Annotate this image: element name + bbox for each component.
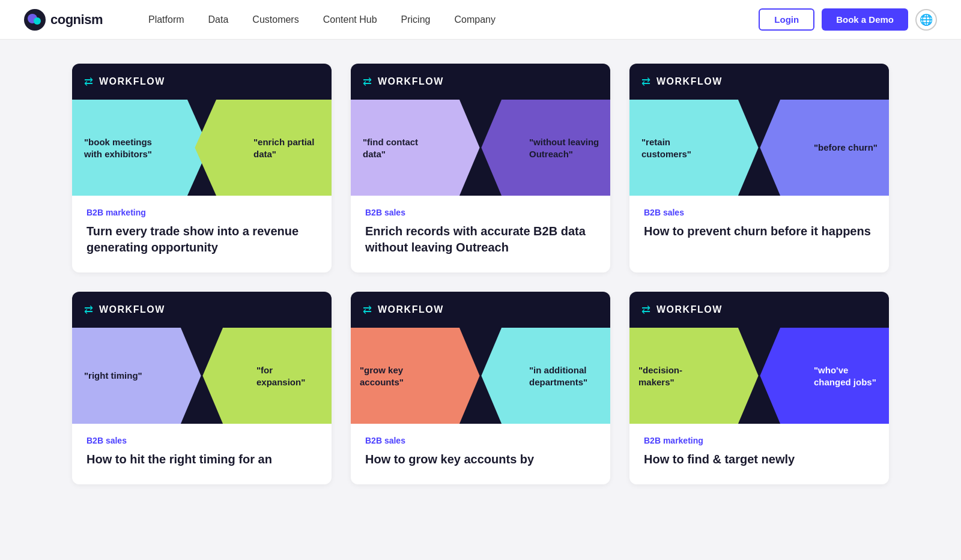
nav-link-company[interactable]: Company (444, 10, 505, 30)
book-demo-button[interactable]: Book a Demo (822, 8, 908, 31)
workflow-icon-6: ⇄ (641, 303, 650, 316)
workflow-label-1: WORKFLOW (99, 76, 165, 87)
workflow-icon-3: ⇄ (641, 75, 650, 88)
card-5-text-left: "grow key accounts" (360, 364, 438, 388)
workflow-label-4: WORKFLOW (99, 304, 165, 315)
nav-link-pricing[interactable]: Pricing (392, 10, 440, 30)
card-grid-row-1: ⇄ WORKFLOW "book meetings with exhibitor… (72, 64, 889, 272)
nav-actions: Login Book a Demo 🌐 (759, 8, 937, 31)
card-2-category: B2B sales (365, 208, 596, 217)
card-3-category: B2B sales (644, 208, 875, 217)
nav-links: Platform Data Customers Content Hub Pric… (139, 10, 759, 30)
card-6-workflow-header: ⇄ WORKFLOW (629, 292, 889, 328)
card-6-image: ⇄ WORKFLOW "decision-makers" "who've cha… (629, 292, 889, 424)
login-button[interactable]: Login (759, 8, 814, 31)
card-1-shapes: "book meetings with exhibitors" "enrich … (72, 100, 332, 196)
nav-link-data[interactable]: Data (199, 10, 238, 30)
card-5-text-right: "in additional departments" (529, 364, 604, 388)
card-2-image: ⇄ WORKFLOW "find contact data" "without … (351, 64, 610, 196)
card-4-text-right: "for expansion" (256, 364, 323, 388)
card-4[interactable]: ⇄ WORKFLOW "right timing" "for expansion… (72, 292, 332, 484)
workflow-label-5: WORKFLOW (378, 304, 444, 315)
card-4-shapes: "right timing" "for expansion" (72, 328, 332, 424)
card-2-text-left: "find contact data" (363, 136, 441, 160)
workflow-label-6: WORKFLOW (656, 304, 723, 315)
card-2-workflow-header: ⇄ WORKFLOW (351, 64, 610, 100)
workflow-icon-5: ⇄ (363, 303, 372, 316)
card-1-image: ⇄ WORKFLOW "book meetings with exhibitor… (72, 64, 332, 196)
card-1[interactable]: ⇄ WORKFLOW "book meetings with exhibitor… (72, 64, 332, 272)
card-2-body: B2B sales Enrich records with accurate B… (351, 196, 610, 272)
card-1-title: Turn every trade show into a revenue gen… (86, 223, 317, 256)
card-1-text-left: "book meetings with exhibitors" (84, 136, 168, 160)
card-1-workflow-header: ⇄ WORKFLOW (72, 64, 332, 100)
card-6-text-right: "who've changed jobs" (814, 364, 883, 388)
card-5-title: How to grow key accounts by (365, 451, 596, 468)
card-4-category: B2B sales (86, 436, 317, 445)
card-5-image: ⇄ WORKFLOW "grow key accounts" "in addit… (351, 292, 610, 424)
card-4-image: ⇄ WORKFLOW "right timing" "for expansion… (72, 292, 332, 424)
card-5-shapes: "grow key accounts" "in additional depar… (351, 328, 610, 424)
card-4-workflow-header: ⇄ WORKFLOW (72, 292, 332, 328)
card-6-body: B2B marketing How to find & target newly (629, 424, 889, 484)
card-3-workflow-header: ⇄ WORKFLOW (629, 64, 889, 100)
workflow-icon-2: ⇄ (363, 75, 372, 88)
card-3-body: B2B sales How to prevent churn before it… (629, 196, 889, 256)
logo[interactable]: cognism (24, 9, 103, 31)
card-1-text-right: "enrich partial data" (253, 136, 320, 160)
workflow-label-3: WORKFLOW (656, 76, 723, 87)
svg-point-2 (34, 17, 41, 25)
card-3-image: ⇄ WORKFLOW "retain customers" "before ch… (629, 64, 889, 196)
main-content: ⇄ WORKFLOW "book meetings with exhibitor… (0, 40, 961, 528)
globe-icon: 🌐 (920, 13, 933, 26)
nav-link-content-hub[interactable]: Content Hub (314, 10, 387, 30)
card-1-body: B2B marketing Turn every trade show into… (72, 196, 332, 272)
card-4-text-left: "right timing" (84, 370, 150, 382)
card-5-workflow-header: ⇄ WORKFLOW (351, 292, 610, 328)
card-2-shapes: "find contact data" "without leaving Out… (351, 100, 610, 196)
card-6-category: B2B marketing (644, 436, 875, 445)
card-3-title: How to prevent churn before it happens (644, 223, 875, 239)
card-2-text-right: "without leaving Outreach" (529, 136, 601, 160)
card-4-title: How to hit the right timing for an (86, 451, 317, 468)
card-5-category: B2B sales (365, 436, 596, 445)
card-4-body: B2B sales How to hit the right timing fo… (72, 424, 332, 484)
card-1-category: B2B marketing (86, 208, 317, 217)
card-3-shapes: "retain customers" "before churn" (629, 100, 889, 196)
card-3-text-left: "retain customers" (641, 136, 714, 160)
card-2-title: Enrich records with accurate B2B data wi… (365, 223, 596, 256)
card-6-shapes: "decision-makers" "who've changed jobs" (629, 328, 889, 424)
card-2[interactable]: ⇄ WORKFLOW "find contact data" "without … (351, 64, 610, 272)
language-selector[interactable]: 🌐 (915, 9, 937, 31)
nav-link-customers[interactable]: Customers (243, 10, 308, 30)
card-3[interactable]: ⇄ WORKFLOW "retain customers" "before ch… (629, 64, 889, 272)
logo-icon (24, 9, 46, 31)
workflow-icon-1: ⇄ (84, 75, 93, 88)
navbar: cognism Platform Data Customers Content … (0, 0, 961, 40)
card-5[interactable]: ⇄ WORKFLOW "grow key accounts" "in addit… (351, 292, 610, 484)
card-5-body: B2B sales How to grow key accounts by (351, 424, 610, 484)
card-6-title: How to find & target newly (644, 451, 875, 468)
logo-text: cognism (50, 12, 103, 28)
card-6-text-left: "decision-makers" (638, 364, 708, 388)
workflow-label-2: WORKFLOW (378, 76, 444, 87)
nav-link-platform[interactable]: Platform (139, 10, 194, 30)
card-6[interactable]: ⇄ WORKFLOW "decision-makers" "who've cha… (629, 292, 889, 484)
workflow-icon-4: ⇄ (84, 303, 93, 316)
card-3-text-right: "before churn" (814, 142, 880, 154)
card-grid-row-2: ⇄ WORKFLOW "right timing" "for expansion… (72, 292, 889, 484)
